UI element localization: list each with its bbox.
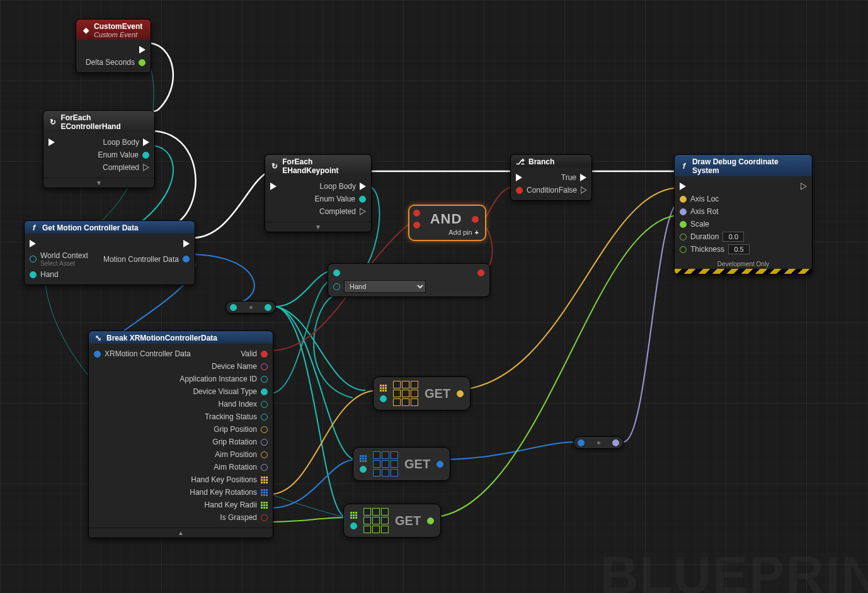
is-grasped-pin[interactable]: Is Grasped: [220, 513, 268, 522]
enum-value-pin[interactable]: Enum Value: [98, 150, 149, 159]
exec-in-pin[interactable]: [680, 183, 686, 190]
loop-icon: ↻: [270, 162, 278, 171]
index-pin[interactable]: [380, 395, 387, 402]
node-array-get-radii[interactable]: GET: [343, 504, 441, 538]
device-visual-type-pin[interactable]: Device Visual Type: [193, 387, 268, 396]
exec-in-pin[interactable]: [30, 240, 36, 247]
enum-value-pin[interactable]: Enum Value: [315, 195, 366, 203]
thickness-pin[interactable]: Thickness: [680, 244, 750, 254]
enum-a-pin[interactable]: [333, 269, 340, 276]
tracking-status-pin[interactable]: Tracking Status: [205, 412, 268, 421]
grip-rotation-pin[interactable]: Grip Rotation: [212, 438, 268, 446]
valid-pin[interactable]: Valid: [241, 349, 268, 358]
device-name-pin[interactable]: Device Name: [212, 362, 268, 371]
loop-body-pin[interactable]: Loop Body: [103, 138, 149, 147]
node-title: Break XRMotionControllerData: [106, 334, 217, 342]
enum-b-pin[interactable]: Hand: [333, 280, 426, 293]
app-instance-id-pin[interactable]: Application Instance ID: [180, 375, 268, 383]
completed-pin[interactable]: Completed: [319, 207, 366, 216]
exec-in-pin[interactable]: [49, 138, 55, 146]
world-context-pin[interactable]: World Context Select Asset: [30, 251, 88, 267]
node-array-get-positions[interactable]: GET: [373, 376, 471, 410]
aim-position-pin[interactable]: Aim Position: [215, 450, 268, 459]
hand-key-positions-pin[interactable]: Hand Key Positions: [191, 475, 268, 484]
exec-in-pin[interactable]: [270, 183, 277, 190]
item-out-pin[interactable]: [457, 390, 464, 397]
node-get-motion-controller-data[interactable]: fGet Motion Controller Data World Contex…: [24, 220, 195, 285]
dot-icon: [597, 441, 600, 444]
axis-loc-pin[interactable]: Axis Loc: [680, 195, 719, 203]
index-pin[interactable]: [350, 522, 357, 529]
grip-position-pin[interactable]: Grip Position: [214, 425, 268, 434]
add-pin-button[interactable]: Add pin+: [413, 229, 479, 236]
motion-controller-data-pin[interactable]: Motion Controller Data: [103, 255, 190, 264]
index-pin[interactable]: [360, 466, 367, 473]
reroute-node[interactable]: [573, 436, 624, 449]
node-and[interactable]: AND Add pin+: [408, 205, 486, 241]
node-title: Branch: [528, 157, 554, 166]
hand-index-pin[interactable]: Hand Index: [219, 400, 268, 409]
condition-pin[interactable]: Condition: [516, 186, 559, 195]
and-output-pin[interactable]: [472, 216, 479, 223]
hand-pin[interactable]: Hand: [30, 270, 59, 279]
struct-in-pin[interactable]: XRMotion Controller Data: [94, 349, 191, 358]
hand-key-rotations-pin[interactable]: Hand Key Rotations: [190, 488, 268, 497]
node-branch[interactable]: ⎇Branch True Condition False: [510, 154, 592, 201]
array-in-pin[interactable]: [380, 385, 387, 392]
duration-input[interactable]: [722, 232, 744, 242]
expand-toggle[interactable]: ▼: [43, 178, 154, 188]
watermark: BLUEPRIN: [600, 545, 868, 593]
get-label: GET: [404, 457, 430, 472]
exec-out-pin[interactable]: [801, 183, 807, 190]
aim-rotation-pin[interactable]: Aim Rotation: [214, 463, 268, 472]
get-label: GET: [425, 387, 450, 401]
exec-out-pin[interactable]: [183, 240, 190, 247]
array-in-pin[interactable]: [350, 512, 357, 519]
and-input-pin[interactable]: [413, 222, 420, 229]
item-out-pin[interactable]: [427, 517, 434, 524]
node-break-xrmotioncontrollerdata[interactable]: ⤡Break XRMotionControllerData XRMotion C…: [88, 330, 273, 538]
caution-stripe: [675, 269, 812, 274]
duration-pin[interactable]: Duration: [680, 232, 744, 242]
exec-in-pin[interactable]: [516, 174, 522, 181]
node-array-get-rotations[interactable]: GET: [353, 447, 450, 481]
reroute-in-pin[interactable]: [230, 304, 237, 311]
hand-key-radii-pin[interactable]: Hand Key Radii: [205, 500, 268, 509]
false-pin[interactable]: False: [559, 186, 587, 195]
node-foreach-controllerhand[interactable]: ↻ForEach EControllerHand Loop Body Enum …: [43, 110, 155, 188]
axis-rot-pin[interactable]: Axis Rot: [680, 207, 719, 216]
node-draw-debug-coord[interactable]: fDraw Debug Coordinate System Axis Loc A…: [674, 154, 813, 274]
delta-seconds-pin[interactable]: Delta Seconds: [86, 58, 146, 67]
reroute-in-pin[interactable]: [578, 439, 585, 446]
dev-only-label: Development Only: [675, 259, 812, 269]
node-subtitle: Custom Event: [94, 31, 142, 38]
dot-icon: [249, 306, 253, 309]
true-pin[interactable]: True: [561, 173, 586, 182]
node-title: ForEach EHandKeypoint: [282, 157, 366, 175]
node-title: Draw Debug Coordinate System: [692, 157, 807, 175]
enum-select[interactable]: Hand: [344, 280, 426, 293]
reroute-node[interactable]: [226, 301, 276, 313]
loop-icon: ↻: [49, 118, 57, 127]
item-out-pin[interactable]: [437, 461, 443, 468]
plus-icon: +: [475, 229, 479, 236]
loop-body-pin[interactable]: Loop Body: [320, 182, 366, 191]
get-label: GET: [395, 514, 421, 528]
bool-out-pin[interactable]: [477, 269, 484, 276]
expand-toggle[interactable]: ▼: [265, 222, 371, 232]
exec-out-pin[interactable]: [139, 46, 146, 54]
thickness-input[interactable]: [728, 244, 750, 254]
node-custom-event[interactable]: ◆ CustomEvent Custom Event Delta Seconds: [76, 19, 151, 73]
scale-pin[interactable]: Scale: [680, 220, 709, 229]
and-input-pin[interactable]: [413, 210, 420, 217]
node-equal-enum[interactable]: Hand: [328, 263, 490, 297]
break-icon: ⤡: [94, 334, 103, 342]
collapse-toggle[interactable]: ▲: [89, 528, 273, 538]
reroute-out-pin[interactable]: [265, 304, 271, 311]
and-label: AND: [430, 211, 462, 227]
node-foreach-handkeypoint[interactable]: ↻ForEach EHandKeypoint Loop Body Enum Va…: [265, 154, 372, 232]
array-in-pin[interactable]: [360, 455, 367, 462]
function-icon: f: [30, 223, 38, 232]
completed-pin[interactable]: Completed: [103, 163, 149, 172]
reroute-out-pin[interactable]: [612, 439, 619, 446]
